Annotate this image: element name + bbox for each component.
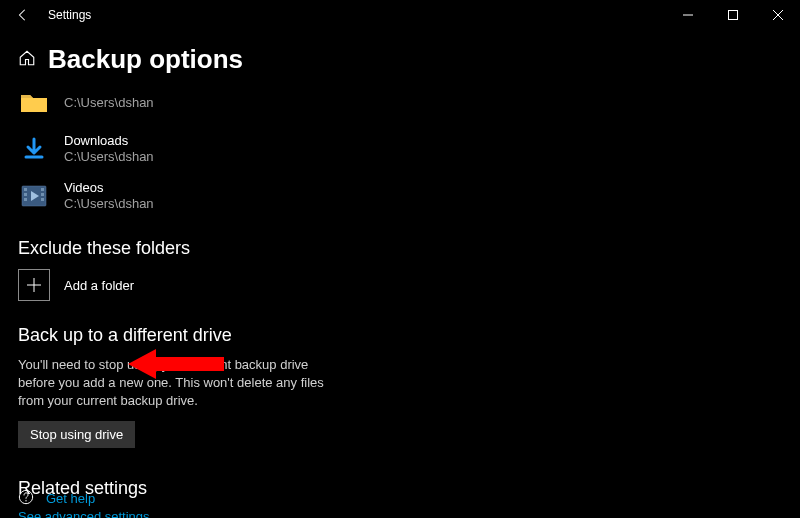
maximize-button[interactable] <box>710 0 755 30</box>
folder-path: C:\Users\dshan <box>64 149 154 165</box>
stop-using-drive-button[interactable]: Stop using drive <box>18 421 135 448</box>
folder-icon <box>18 87 50 119</box>
diffdrive-heading: Back up to a different drive <box>18 325 782 346</box>
folder-item[interactable]: C:\Users\dshan <box>18 85 782 121</box>
app-title: Settings <box>38 8 91 22</box>
add-folder-label: Add a folder <box>64 278 134 293</box>
svg-rect-7 <box>41 198 44 201</box>
minimize-button[interactable] <box>665 0 710 30</box>
folder-item[interactable]: Downloads C:\Users\dshan <box>18 131 782 168</box>
videos-icon <box>18 180 50 212</box>
folder-name: Downloads <box>64 133 154 149</box>
see-advanced-settings-link[interactable]: See advanced settings <box>18 509 150 518</box>
window-controls <box>665 0 800 30</box>
diffdrive-description: You'll need to stop using your current b… <box>18 356 348 411</box>
close-button[interactable] <box>755 0 800 30</box>
svg-rect-4 <box>24 198 27 201</box>
folder-path: C:\Users\dshan <box>64 196 154 212</box>
get-help-link[interactable]: Get help <box>18 489 95 508</box>
download-icon <box>18 133 50 165</box>
title-bar: Settings <box>0 0 800 30</box>
folder-item[interactable]: Videos C:\Users\dshan <box>18 178 782 215</box>
folder-path: C:\Users\dshan <box>64 95 154 111</box>
get-help-label: Get help <box>46 491 95 506</box>
svg-rect-3 <box>24 193 27 196</box>
svg-rect-6 <box>41 193 44 196</box>
svg-rect-5 <box>41 188 44 191</box>
add-folder-button[interactable]: Add a folder <box>18 269 782 301</box>
svg-rect-2 <box>24 188 27 191</box>
help-icon <box>18 489 34 508</box>
plus-icon <box>18 269 50 301</box>
exclude-heading: Exclude these folders <box>18 238 782 259</box>
back-button[interactable] <box>8 0 38 30</box>
page-title: Backup options <box>48 44 243 75</box>
folder-name: Videos <box>64 180 154 196</box>
related-heading: Related settings <box>18 478 782 499</box>
home-icon[interactable] <box>18 49 36 70</box>
svg-rect-0 <box>728 11 737 20</box>
